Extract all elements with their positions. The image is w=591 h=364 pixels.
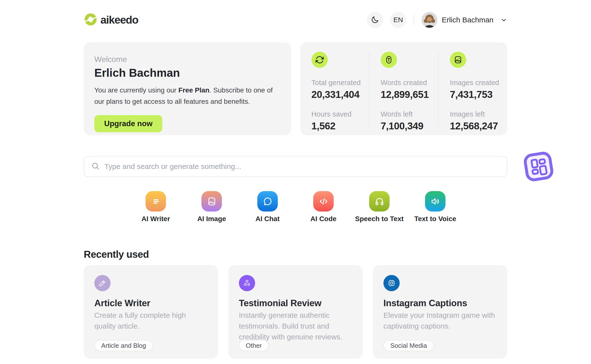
tool-label: AI Writer (141, 215, 170, 223)
card-tag[interactable]: Article and Blog (94, 340, 153, 351)
stat-column-words: Words created 12,899,651 Words left 7,10… (369, 52, 438, 126)
logo-swirl-icon (84, 13, 98, 27)
upgrade-button[interactable]: Upgrade now (94, 115, 162, 132)
search-input[interactable] (104, 162, 500, 171)
image-icon (450, 52, 466, 68)
stat-value: 7,431,753 (450, 89, 507, 100)
tool-item-speech-to-text[interactable]: Speech to Text (351, 191, 407, 223)
floating-grid-badge[interactable] (522, 150, 555, 183)
tool-item-ai-image[interactable]: AI Image (184, 191, 240, 223)
logo[interactable]: aikeedo (84, 13, 138, 27)
chat-bubble-icon (257, 191, 278, 212)
tool-label: Speech to Text (355, 215, 404, 223)
grid-icon (526, 175, 555, 184)
speaker-icon (425, 191, 445, 212)
dashboard-page: aikeedo EN (0, 0, 591, 364)
user-menu[interactable]: Erlich Bachman (422, 12, 507, 28)
language-button[interactable]: EN (390, 12, 406, 28)
card-tag[interactable]: Other (239, 340, 269, 351)
recent-card-article-writer[interactable]: Article Writer Create a fully complete h… (84, 265, 218, 359)
writer-lines-icon (146, 191, 166, 212)
card-tag[interactable]: Social Media (383, 340, 434, 351)
recent-card-testimonial-review[interactable]: Testimonial Review Instantly generate au… (228, 265, 363, 359)
image-icon (201, 191, 222, 212)
headphones-icon (369, 191, 390, 212)
card-title: Article Writer (94, 298, 208, 309)
moon-icon (371, 15, 379, 25)
recently-used-heading: Recently used (84, 248, 507, 260)
recently-used-row: Article Writer Create a fully complete h… (84, 265, 507, 359)
tool-label: AI Chat (256, 215, 280, 223)
tool-item-ai-code[interactable]: AI Code (296, 191, 351, 223)
plan-text-pre: You are currently using our (94, 86, 178, 94)
welcome-card: Welcome Erlich Bachman You are currently… (84, 42, 291, 135)
welcome-eyebrow: Welcome (94, 55, 280, 64)
stat-value: 1,562 (312, 120, 369, 132)
card-description: Create a fully complete high quality art… (94, 310, 208, 332)
card-description: Instantly generate authentic testimonial… (239, 310, 352, 342)
tool-label: AI Code (311, 215, 337, 223)
stat-label: Words left (381, 110, 438, 119)
stat-label: Total generated (312, 78, 369, 87)
stat-label: Images created (450, 78, 507, 87)
avatar (422, 12, 437, 28)
plan-text: You are currently using our Free Plan. S… (94, 85, 280, 107)
refresh-icon (312, 52, 328, 68)
tool-label: AI Image (197, 215, 226, 223)
top-bar: aikeedo EN (84, 0, 507, 28)
stat-column-generated: Total generated 20,331,404 Hours saved 1… (300, 52, 369, 126)
instagram-icon (383, 275, 400, 291)
hero-row: Welcome Erlich Bachman You are currently… (84, 42, 507, 135)
stat-label: Words created (381, 78, 438, 87)
logo-text: aikeedo (100, 14, 138, 26)
stars-icon (239, 275, 255, 291)
stat-value: 7,100,349 (381, 120, 438, 132)
header-divider (414, 15, 414, 25)
theme-toggle-button[interactable] (367, 12, 383, 28)
welcome-user-name: Erlich Bachman (94, 66, 280, 80)
stat-value: 12,899,651 (381, 89, 438, 100)
stat-label: Hours saved (312, 110, 369, 119)
text-icon (381, 52, 397, 68)
stat-column-images: Images created 7,431,753 Images left 12,… (438, 52, 507, 126)
stat-label: Images left (450, 110, 507, 119)
card-title: Instagram Captions (383, 298, 497, 309)
tool-item-ai-writer[interactable]: AI Writer (128, 191, 184, 223)
search-bar (84, 156, 507, 177)
card-description: Elevate your Instagram game with captiva… (383, 310, 497, 332)
chevron-down-icon (500, 16, 507, 23)
usage-stats-card: Total generated 20,331,404 Hours saved 1… (300, 42, 507, 135)
tool-item-text-to-voice[interactable]: Text to Voice (407, 191, 463, 223)
card-title: Testimonial Review (239, 298, 352, 309)
recent-card-instagram-captions[interactable]: Instagram Captions Elevate your Instagra… (373, 265, 507, 359)
tools-row: AI Writer AI Image AI (84, 191, 507, 223)
user-name: Erlich Bachman (442, 16, 493, 24)
stat-value: 20,331,404 (312, 89, 369, 100)
plan-name: Free Plan (178, 86, 209, 94)
tool-label: Text to Voice (414, 215, 456, 223)
stat-value: 12,568,247 (450, 120, 507, 132)
search-icon (91, 162, 99, 171)
pencil-icon (94, 275, 111, 291)
code-icon (313, 191, 334, 212)
header-actions: EN Erlich Bachman (367, 12, 507, 28)
tool-item-ai-chat[interactable]: AI Chat (240, 191, 296, 223)
